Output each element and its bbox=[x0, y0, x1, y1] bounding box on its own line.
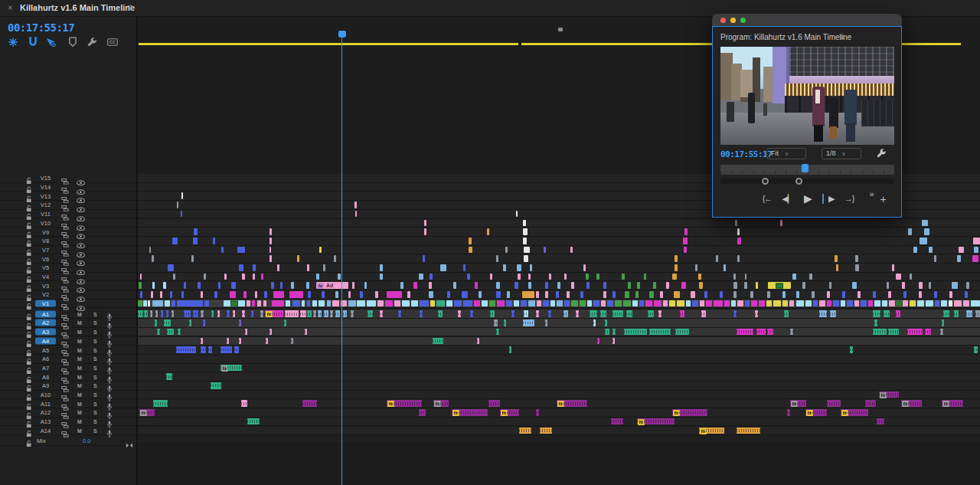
timeline-clip[interactable] bbox=[813, 300, 818, 307]
timeline-clip[interactable] bbox=[307, 264, 309, 271]
timeline-clip[interactable] bbox=[861, 300, 867, 307]
timeline-clip[interactable] bbox=[151, 291, 153, 298]
timeline-clip[interactable] bbox=[243, 291, 247, 298]
timeline-clip[interactable] bbox=[675, 255, 678, 262]
timeline-clip[interactable] bbox=[204, 300, 209, 307]
timeline-clip[interactable] bbox=[488, 400, 500, 407]
timeline-clip[interactable] bbox=[494, 320, 498, 326]
sync-lock-icon[interactable] bbox=[61, 291, 69, 298]
timeline-clip[interactable] bbox=[253, 274, 255, 280]
timeline-clip[interactable] bbox=[675, 264, 678, 271]
timeline-clip[interactable] bbox=[827, 400, 841, 407]
timeline-clip[interactable] bbox=[841, 300, 845, 307]
sync-lock-icon[interactable] bbox=[61, 337, 69, 344]
timeline-clip[interactable] bbox=[357, 300, 365, 307]
timeline-clip[interactable] bbox=[433, 338, 443, 345]
timeline-clip[interactable] bbox=[686, 300, 691, 307]
timeline-clip[interactable] bbox=[567, 291, 570, 298]
timeline-clip[interactable] bbox=[975, 310, 980, 317]
timeline-clip[interactable] bbox=[181, 211, 182, 218]
timeline-clip[interactable] bbox=[966, 310, 972, 317]
timeline-clip[interactable] bbox=[446, 300, 452, 307]
timeline-clip[interactable] bbox=[291, 338, 293, 345]
timeline-clip[interactable] bbox=[193, 238, 198, 244]
timeline-clip[interactable] bbox=[603, 282, 606, 289]
timeline-clip[interactable] bbox=[354, 202, 357, 208]
track-lock-icon[interactable] bbox=[25, 290, 32, 298]
timeline-clip[interactable] bbox=[165, 300, 170, 307]
track-target-button-A5[interactable]: A5 bbox=[35, 346, 56, 353]
track-lock-icon[interactable] bbox=[25, 201, 32, 208]
timeline-clip[interactable] bbox=[612, 310, 623, 317]
timeline-clip[interactable] bbox=[351, 310, 354, 317]
timeline-clip[interactable] bbox=[593, 320, 596, 326]
timeline-clip[interactable] bbox=[942, 320, 944, 326]
timeline-clip[interactable] bbox=[790, 329, 793, 336]
timeline-clip[interactable] bbox=[536, 310, 539, 317]
timeline-clip[interactable]: fx bbox=[500, 409, 519, 416]
goto-out-button[interactable]: →} bbox=[844, 194, 854, 203]
timeline-clip[interactable] bbox=[677, 300, 684, 307]
track-target-button-A9[interactable]: A9 bbox=[35, 382, 56, 389]
timeline-clip[interactable] bbox=[564, 274, 567, 280]
toggle-track-output-eye-icon[interactable] bbox=[77, 220, 85, 226]
timeline-clip[interactable] bbox=[463, 300, 472, 307]
timeline-clip[interactable] bbox=[615, 300, 622, 307]
timeline-clip[interactable] bbox=[850, 346, 853, 353]
track-lock-icon[interactable] bbox=[25, 427, 32, 434]
timeline-clip[interactable] bbox=[926, 300, 933, 307]
timeline-clip[interactable] bbox=[368, 310, 373, 317]
timeline-clip[interactable] bbox=[155, 310, 158, 317]
timeline-clip[interactable] bbox=[714, 300, 723, 307]
timeline-clip[interactable] bbox=[908, 228, 912, 235]
step-back-button[interactable]: ◀▏ bbox=[782, 194, 794, 204]
track-target-button-V7[interactable]: V7 bbox=[35, 246, 56, 253]
timeline-clip[interactable] bbox=[140, 274, 142, 280]
timeline-clip[interactable]: fx bbox=[387, 400, 422, 407]
close-tab-icon[interactable]: × bbox=[8, 3, 12, 12]
timeline-clip[interactable] bbox=[523, 228, 528, 235]
track-target-button-V12[interactable]: V12 bbox=[35, 202, 56, 208]
track-target-button-A7[interactable]: A7 bbox=[35, 364, 56, 371]
timeline-clip[interactable] bbox=[161, 310, 163, 317]
timeline-clip[interactable]: fx bbox=[139, 409, 155, 416]
timeline-clip[interactable] bbox=[887, 282, 889, 289]
timeline-clip[interactable] bbox=[941, 300, 947, 307]
sync-lock-icon[interactable] bbox=[61, 400, 69, 407]
track-target-button-V13[interactable]: V13 bbox=[35, 192, 56, 199]
timeline-clip[interactable] bbox=[809, 274, 812, 280]
timeline-clip[interactable] bbox=[684, 247, 687, 254]
timeline-clip[interactable] bbox=[663, 300, 668, 307]
timeline-clip[interactable] bbox=[167, 329, 174, 336]
toggle-track-output-eye-icon[interactable] bbox=[77, 211, 85, 217]
timeline-clip[interactable] bbox=[756, 329, 766, 336]
timeline-clip[interactable] bbox=[767, 291, 770, 298]
timeline-clip[interactable] bbox=[963, 300, 969, 307]
timeline-clip[interactable] bbox=[847, 300, 853, 307]
timeline-clip[interactable] bbox=[919, 282, 923, 289]
timeline-clip[interactable] bbox=[280, 282, 283, 289]
timeline-clip[interactable] bbox=[385, 300, 393, 307]
timeline-clip[interactable] bbox=[270, 238, 272, 244]
timeline-clip[interactable] bbox=[524, 310, 528, 317]
track-lock-icon[interactable] bbox=[25, 246, 32, 254]
timeline-clip[interactable]: fx bbox=[942, 400, 963, 407]
timeline-clip[interactable] bbox=[214, 291, 217, 298]
timeline-clip[interactable] bbox=[166, 310, 168, 317]
track-target-button-V6[interactable]: V6 bbox=[35, 255, 56, 262]
timeline-clip[interactable] bbox=[802, 282, 805, 289]
toggle-track-output-eye-icon[interactable] bbox=[77, 238, 85, 244]
timeline-clip[interactable] bbox=[583, 264, 586, 271]
timeline-clip[interactable] bbox=[919, 291, 922, 298]
timeline-clip[interactable] bbox=[782, 291, 786, 298]
timeline-clip[interactable] bbox=[873, 291, 876, 298]
voiceover-record-mic-icon[interactable] bbox=[106, 400, 113, 408]
timeline-clip[interactable] bbox=[149, 247, 151, 254]
timeline-clip[interactable] bbox=[420, 310, 423, 317]
timeline-clip[interactable] bbox=[168, 264, 174, 271]
solo-button[interactable]: S bbox=[93, 401, 97, 406]
sync-lock-icon[interactable] bbox=[61, 192, 69, 199]
timeline-clip[interactable] bbox=[270, 247, 271, 254]
timeline-clip[interactable] bbox=[152, 282, 155, 289]
sync-lock-icon[interactable] bbox=[61, 373, 69, 380]
